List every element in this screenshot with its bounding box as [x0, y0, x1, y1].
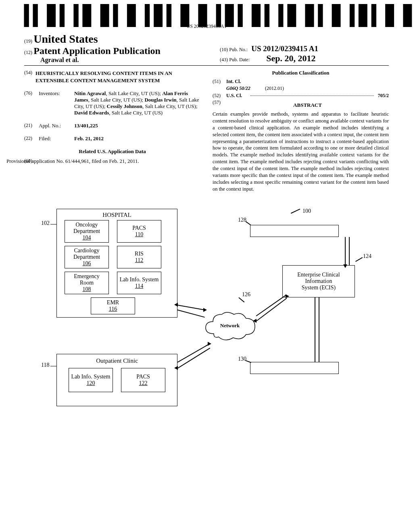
pub-date-value: Sep. 20, 2012 — [266, 53, 315, 63]
oncology-num: 104 — [83, 235, 91, 241]
ref-100: 100 — [302, 208, 311, 214]
ref-102: 102 — [41, 220, 50, 227]
info-row: (54) HEURISTICALLY RESOLVING CONTENT ITE… — [24, 70, 389, 193]
inventors-label: Inventors: — [39, 90, 71, 116]
ecis-line3: System (ECIS) — [302, 285, 336, 291]
applno-label: Appl. No.: — [39, 123, 71, 129]
ref-126: 126 — [242, 291, 250, 298]
pacs2-num: 122 — [139, 380, 148, 387]
lab-box: Lab Info. System 114 — [117, 272, 161, 294]
er-num: 108 — [83, 286, 91, 293]
filed-value: Feb. 21, 2012 — [74, 135, 200, 142]
network-label: Network — [202, 322, 258, 329]
country: United States — [33, 33, 98, 45]
pacs-label: PACS — [132, 225, 146, 231]
title-num: (54) — [24, 70, 32, 84]
cardiology-num: 106 — [83, 260, 91, 267]
publication-type: Patent Application Publication — [33, 46, 161, 56]
related-text: Provisional application No. 61/444,961, … — [6, 158, 200, 164]
lab2-box: Lab Info. System 120 — [69, 368, 113, 392]
lab-label: Lab Info. System — [120, 276, 159, 283]
applno-value: 13/401,225 — [74, 123, 200, 129]
left-column: (54) HEURISTICALLY RESOLVING CONTENT ITE… — [24, 70, 200, 193]
pub-no-label: Pub. No.: — [229, 47, 248, 52]
cardiology-label: Cardiology Department — [67, 247, 107, 260]
emr-box: EMR 116 — [91, 297, 135, 314]
bottom-empty-box — [250, 362, 339, 374]
abstract-num: (57) — [213, 100, 224, 111]
pub-no-prefix: (10) — [220, 47, 228, 52]
uscls-num: (52) — [213, 93, 224, 99]
ref-128: 128 — [238, 217, 246, 223]
ecis-line2: Information — [305, 278, 332, 285]
abstract-text: Certain examples provide methods, system… — [213, 111, 389, 193]
pub-date-label: Pub. Date: — [229, 57, 250, 62]
prefix-12: (12) — [24, 50, 32, 55]
ecis-line1: Enterprise Clinical — [297, 272, 340, 278]
ref-124: 124 — [363, 253, 371, 260]
intcl-num: (51) — [213, 79, 224, 85]
pacs-num: 110 — [135, 231, 143, 238]
pub-date-prefix: (43) — [220, 57, 228, 62]
lab-num: 114 — [135, 283, 143, 289]
emr-label: EMR — [107, 299, 119, 306]
lab2-num: 120 — [87, 380, 95, 387]
intcl-year: (2012.01) — [265, 85, 284, 91]
pacs2-label: PACS — [136, 374, 150, 380]
filed-label: Filed: — [39, 135, 71, 142]
barcode-graphic: ▌▌▐▌▌▐▐▌▐▌▌▐▌▐▐▌▌▐▌▐▌▐▐▌▌▐▌▌▐▐▌▐▌▌▐▌▐▐▌▌… — [24, 6, 413, 24]
intcl-code: G06Q 50/22 — [226, 85, 263, 91]
uscls-value: 705/2 — [378, 93, 389, 99]
ecis-box: Enterprise Clinical Information System (… — [282, 265, 355, 297]
inventors-num: (76) — [24, 90, 35, 116]
diagram: HOSPITAL Oncology Department 104 PACS 11… — [24, 205, 389, 426]
ris-num: 112 — [135, 257, 143, 264]
filed-num: (22) — [24, 135, 35, 142]
title-text: HEURISTICALLY RESOLVING CONTENT ITEMS IN… — [35, 70, 200, 84]
oncology-box: Oncology Department 104 — [65, 220, 109, 243]
applno-num: (21) — [24, 123, 35, 129]
er-label: Emergency Room — [67, 273, 107, 286]
intcl-label: Int. Cl. — [226, 79, 246, 85]
pub-no-value: US 2012/0239415 A1 — [251, 44, 318, 53]
ris-box: RIS 112 — [117, 246, 161, 268]
header-row: (19) United States (12) Patent Applicati… — [24, 33, 389, 66]
cardiology-box: Cardiology Department 106 — [65, 246, 109, 268]
ref-118: 118 — [41, 362, 49, 368]
prefix-19: (19) — [24, 38, 32, 44]
pacs2-box: PACS 122 — [121, 368, 165, 392]
oncology-label: Oncology Department — [67, 222, 107, 235]
uscls-dots — [250, 91, 374, 96]
header-authors: Agrawal et al. — [24, 56, 220, 64]
ref-130: 130 — [238, 356, 246, 362]
right-column: Publication Classification (51) Int. Cl.… — [213, 70, 389, 193]
emr-num: 116 — [109, 306, 117, 312]
lab2-label: Lab Info. System — [71, 374, 111, 380]
barcode-block: ▌▌▐▌▌▐▐▌▐▌▌▐▌▐▐▌▌▐▌▐▌▐▐▌▌▐▌▌▐▐▌▐▌▌▐▌▐▐▌▌… — [24, 8, 389, 29]
abstract-heading: ABSTRACT — [226, 102, 389, 108]
er-box: Emergency Room 108 — [65, 272, 109, 294]
pacs-box: PACS 110 — [117, 220, 161, 243]
network-cloud: Network — [202, 310, 258, 344]
classification-heading: Publication Classification — [213, 70, 389, 76]
top-empty-box — [250, 225, 339, 237]
outpatient-label: Outpatient Clinic — [58, 357, 175, 364]
related-heading: Related U.S. Application Data — [24, 148, 200, 155]
ris-label: RIS — [135, 251, 144, 257]
uscls-label: U.S. Cl. — [226, 93, 246, 99]
inventors-value: Nitin Agrawal, Salt Lake City, UT (US); … — [74, 90, 200, 116]
hospital-label: HOSPITAL — [58, 212, 175, 218]
